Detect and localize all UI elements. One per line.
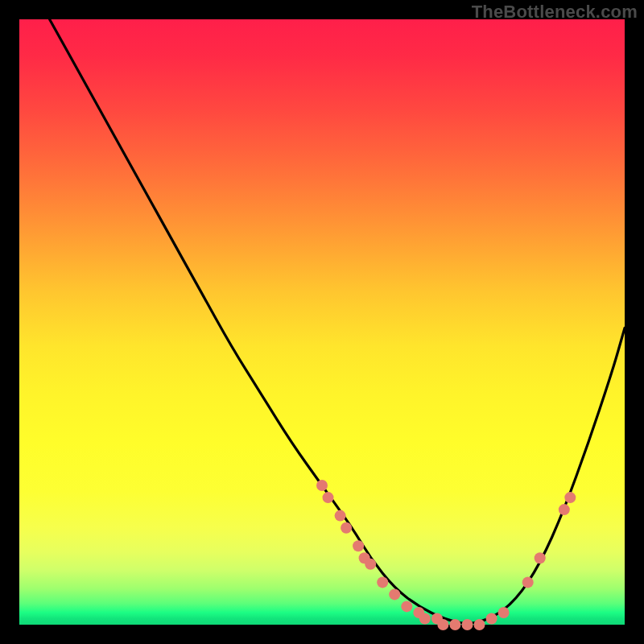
- chart-stage: TheBottleneck.com: [0, 0, 644, 644]
- data-point: [474, 619, 485, 630]
- data-point: [365, 559, 376, 570]
- data-point: [437, 619, 448, 630]
- data-point: [559, 504, 570, 515]
- data-point: [389, 588, 400, 600]
- data-point: [522, 576, 534, 588]
- data-point: [377, 576, 388, 588]
- data-point: [353, 540, 364, 551]
- watermark-text: TheBottleneck.com: [472, 2, 638, 23]
- chart-svg: [19, 19, 625, 625]
- data-point: [564, 492, 576, 503]
- bottleneck-curve: [50, 19, 625, 623]
- data-points-group: [316, 480, 576, 630]
- data-point: [498, 607, 510, 618]
- data-point: [462, 619, 473, 630]
- data-point: [419, 613, 431, 625]
- data-point: [449, 619, 460, 630]
- data-point: [341, 522, 352, 534]
- data-point: [535, 552, 546, 564]
- data-point: [316, 480, 328, 491]
- data-point: [486, 613, 497, 625]
- data-point: [335, 510, 346, 522]
- data-point: [401, 601, 412, 612]
- data-point: [323, 492, 334, 503]
